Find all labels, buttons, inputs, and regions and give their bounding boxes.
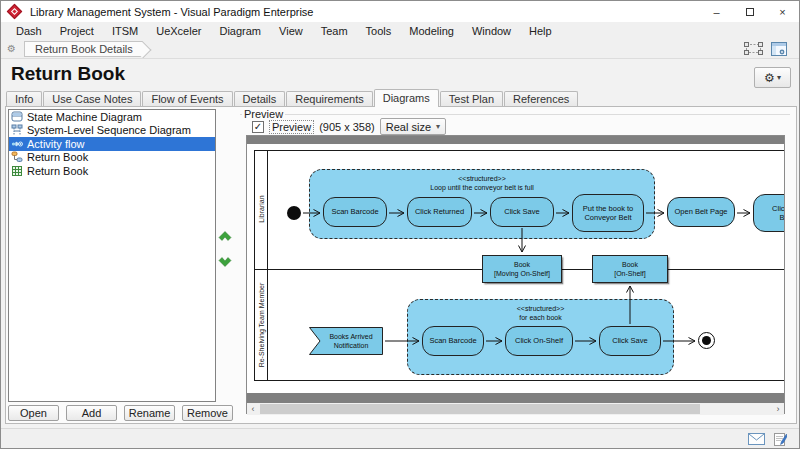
tab-use-case-notes[interactable]: Use Case Notes (43, 91, 141, 106)
scroll-right-arrow[interactable]: › (772, 403, 784, 415)
chevron-down-icon: ▾ (777, 73, 781, 82)
list-item-activity-flow[interactable]: Activity flow (9, 137, 215, 151)
list-item-state-machine[interactable]: State Machine Diagram (9, 110, 215, 124)
diagram-canvas: Librarian Re-Shelving Team Member <<stru… (247, 144, 784, 393)
diagram-list[interactable]: State Machine Diagram System-Level Seque… (8, 109, 216, 402)
window-title: Library Management System - Visual Parad… (30, 6, 313, 18)
panel-settings-icon[interactable] (771, 42, 787, 56)
menu-dash[interactable]: Dash (7, 24, 51, 38)
tab-info[interactable]: Info (6, 91, 42, 106)
menu-help[interactable]: Help (520, 24, 561, 38)
list-item-return-book-activity[interactable]: Return Book (9, 151, 215, 165)
visual-paradigm-logo-icon (7, 4, 23, 20)
rename-button[interactable]: Rename (124, 405, 175, 421)
add-button[interactable]: Add (66, 405, 117, 421)
reorder-controls (218, 231, 234, 267)
preview-group-label: Preview (242, 108, 285, 120)
control-flow-arrows (254, 148, 784, 393)
zoom-mode-value: Real size (386, 121, 431, 133)
move-down-icon[interactable] (218, 256, 232, 267)
minimize-button[interactable]: – (700, 1, 733, 22)
list-item-return-book-grid[interactable]: Return Book (9, 164, 215, 178)
tab-references[interactable]: References (504, 91, 578, 106)
menu-uexceler[interactable]: UeXceler (147, 24, 210, 38)
sequence-diagram-icon (11, 124, 23, 136)
edit-note-icon[interactable] (774, 432, 787, 446)
menu-view[interactable]: View (270, 24, 312, 38)
preview-dimensions: (905 x 358) (319, 121, 375, 133)
scroll-left-arrow[interactable]: ‹ (247, 403, 259, 415)
breadcrumb-label: Return Book Details (35, 43, 133, 55)
preview-checkbox-label[interactable]: Preview (269, 120, 314, 134)
preview-group: Preview ✓ Preview (905 x 358) Real size … (238, 107, 794, 421)
list-item-sequence[interactable]: System-Level Sequence Diagram (9, 124, 215, 138)
list-item-label: Activity flow (27, 138, 84, 150)
page-title: Return Book (11, 63, 125, 85)
tab-diagrams[interactable]: Diagrams (374, 89, 439, 107)
scrollbar-thumb[interactable] (260, 404, 700, 414)
tab-flow-of-events[interactable]: Flow of Events (142, 91, 232, 106)
tab-requirements[interactable]: Requirements (286, 91, 372, 106)
status-bar (1, 428, 799, 448)
preview-margin-top (247, 136, 784, 144)
list-item-label: Return Book (27, 165, 88, 177)
tab-test-plan[interactable]: Test Plan (440, 91, 503, 106)
horizontal-scrollbar[interactable]: ‹ › (247, 403, 784, 415)
activity-diagram-icon (11, 151, 23, 163)
maximize-icon (746, 8, 754, 16)
list-button-row: Open Add Rename Remove (8, 405, 233, 421)
preview-checkbox[interactable]: ✓ (252, 121, 264, 133)
gear-icon: ⚙ (764, 71, 775, 85)
grid-document-icon (11, 165, 23, 177)
title-bar: Library Management System - Visual Parad… (1, 1, 799, 22)
list-item-label: Return Book (27, 151, 88, 163)
menu-modeling[interactable]: Modeling (400, 24, 463, 38)
remove-button[interactable]: Remove (182, 405, 233, 421)
breadcrumb-gear-icon[interactable]: ⚙ (7, 43, 16, 54)
selection-bounds-icon[interactable] (744, 42, 763, 55)
open-button[interactable]: Open (8, 405, 59, 421)
activity-diagram: Librarian Re-Shelving Team Member <<stru… (254, 148, 784, 393)
close-button[interactable]: × (766, 1, 799, 22)
preview-margin-bottom (247, 393, 784, 403)
chevron-down-icon: ▾ (436, 122, 440, 131)
tab-details[interactable]: Details (234, 91, 286, 106)
messages-icon[interactable] (748, 433, 765, 445)
menu-diagram[interactable]: Diagram (210, 24, 270, 38)
breadcrumb[interactable]: Return Book Details (24, 41, 143, 57)
state-machine-diagram-icon (11, 111, 23, 123)
menu-itsm[interactable]: ITSM (103, 24, 147, 38)
breadcrumb-bar: ⚙ Return Book Details (1, 39, 799, 59)
heading-row: Return Book ⚙ ▾ (1, 59, 799, 91)
tab-strip: Info Use Case Notes Flow of Events Detai… (6, 89, 579, 106)
list-item-label: System-Level Sequence Diagram (27, 124, 191, 136)
diagrams-tab-panel: State Machine Diagram System-Level Seque… (5, 106, 797, 424)
move-up-icon[interactable] (218, 231, 232, 242)
zoom-mode-select[interactable]: Real size ▾ (380, 118, 446, 135)
preview-viewport[interactable]: Librarian Re-Shelving Team Member <<stru… (246, 135, 785, 414)
list-item-label: State Machine Diagram (27, 111, 142, 123)
group-divider (240, 114, 790, 115)
maximize-button[interactable] (733, 1, 766, 22)
menu-tools[interactable]: Tools (357, 24, 401, 38)
activity-flow-icon (11, 138, 23, 150)
actions-gear-button[interactable]: ⚙ ▾ (754, 67, 791, 88)
app-window: Library Management System - Visual Parad… (0, 0, 800, 449)
menu-project[interactable]: Project (51, 24, 103, 38)
menu-team[interactable]: Team (312, 24, 357, 38)
menu-window[interactable]: Window (463, 24, 520, 38)
menu-bar: Dash Project ITSM UeXceler Diagram View … (1, 22, 799, 39)
